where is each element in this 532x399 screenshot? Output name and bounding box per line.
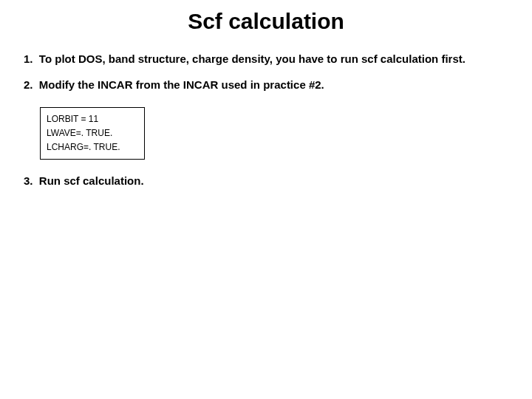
item-text: Modify the INCAR from the INCAR used in …: [39, 78, 324, 91]
list-item: 1. To plot DOS, band structure, charge d…: [24, 52, 517, 66]
list-item: 3. Run scf calculation.: [24, 174, 517, 188]
instruction-list-continued: 3. Run scf calculation.: [15, 174, 517, 188]
code-line: LORBIT = 11: [47, 112, 137, 126]
instruction-list: 1. To plot DOS, band structure, charge d…: [15, 52, 517, 92]
code-box: LORBIT = 11 LWAVE=. TRUE. LCHARG=. TRUE.: [40, 107, 145, 160]
list-item: 2. Modify the INCAR from the INCAR used …: [24, 78, 517, 92]
item-text: Run scf calculation.: [39, 174, 144, 187]
item-text: To plot DOS, band structure, charge dens…: [39, 52, 466, 65]
code-line: LCHARG=. TRUE.: [47, 140, 137, 154]
page-title: Scf calculation: [15, 9, 517, 34]
item-number: 1.: [24, 52, 33, 65]
code-line: LWAVE=. TRUE.: [47, 126, 137, 140]
item-number: 2.: [24, 78, 33, 91]
item-number: 3.: [24, 174, 33, 187]
